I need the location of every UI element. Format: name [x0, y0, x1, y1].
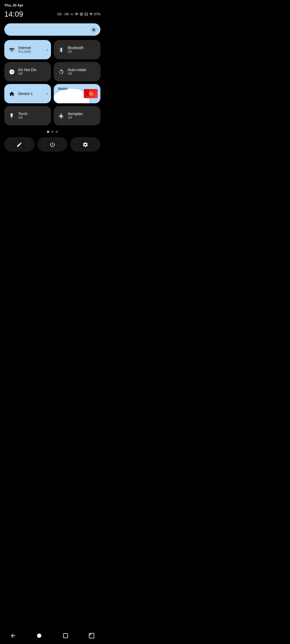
aeroplane-tile-text: Aeroplan Off: [68, 112, 96, 120]
wallet-cloud-decoration: [54, 89, 89, 103]
rotate-icon: [58, 68, 64, 75]
dnd-icon: [9, 68, 15, 75]
power-button[interactable]: [37, 137, 68, 152]
device-controls-title: Device c: [18, 92, 47, 96]
dnd-tile-text: Do Not Dis Off: [18, 68, 47, 76]
device-controls-tile-text: Device c: [18, 92, 47, 96]
auto-rotate-title: Auto-rotate: [68, 68, 96, 72]
pencil-icon: [16, 141, 22, 148]
home-icon: [9, 90, 15, 97]
wifi-icon: [9, 46, 15, 53]
dnd-title: Do Not Dis: [18, 68, 47, 72]
bluetooth-title: Bluetooth: [68, 46, 96, 50]
tile-internet[interactable]: Internet PLUSNE ›: [4, 40, 51, 59]
tile-bluetooth[interactable]: Bluetooth Off: [54, 40, 100, 59]
settings-button[interactable]: [70, 137, 100, 152]
tile-dnd[interactable]: Do Not Dis Off: [4, 62, 51, 81]
edit-button[interactable]: [4, 137, 35, 152]
chevron-right-icon-device: ›: [46, 91, 48, 96]
status-bar: Thu, 20 Apr: [0, 0, 105, 8]
torch-title: Torch: [18, 112, 47, 116]
brightness-icon: [91, 26, 97, 33]
time-display: 14:09: [4, 10, 23, 19]
tile-auto-rotate[interactable]: Auto-rotate Off: [54, 62, 100, 81]
internet-subtitle: PLUSNE: [18, 50, 47, 54]
dnd-subtitle: Off: [18, 72, 47, 76]
page-dot-2: [51, 131, 53, 133]
page-dot-1: [47, 131, 49, 133]
tile-torch[interactable]: Torch Off: [4, 106, 51, 125]
tile-aeroplane[interactable]: Aeroplan Off: [54, 106, 100, 125]
plane-icon: [58, 112, 64, 119]
chevron-right-icon: ›: [46, 47, 48, 52]
page-dot-3: [56, 131, 58, 133]
wallet-title: Wallet: [58, 87, 68, 91]
internet-title: Internet: [18, 46, 47, 50]
page-indicator: [0, 131, 105, 133]
auto-rotate-subtitle: Off: [68, 72, 96, 76]
auto-rotate-tile-text: Auto-rotate Off: [68, 68, 96, 76]
wallet-card-icon: [84, 89, 98, 98]
torch-tile-text: Torch Off: [18, 112, 47, 120]
signal-icon: [75, 12, 78, 16]
quick-settings-grid: Internet PLUSNE › Bluetooth Off Do Not D…: [0, 40, 105, 125]
carrier-name: O2 - UK: [57, 12, 69, 16]
tile-wallet[interactable]: Wallet: [54, 84, 100, 103]
nfc-icon: [84, 12, 88, 16]
battery-level: 67%: [94, 12, 100, 16]
torch-subtitle: Off: [18, 116, 47, 120]
network-type: 4G: [70, 13, 74, 16]
bluetooth-icon: [58, 46, 64, 53]
tile-device-controls[interactable]: Device c ›: [4, 84, 51, 103]
power-icon: [49, 141, 55, 148]
status-icons: O2 - UK 4G 67%: [57, 12, 100, 16]
alarm-icon: [79, 12, 83, 16]
bluetooth-tile-text: Bluetooth Off: [68, 46, 96, 54]
bluetooth-subtitle: Off: [68, 50, 96, 54]
internet-tile-text: Internet PLUSNE: [18, 46, 47, 54]
time-row: 14:09 O2 - UK 4G 67%: [0, 8, 105, 21]
torch-icon: [9, 112, 15, 119]
brightness-slider[interactable]: [4, 23, 100, 36]
gear-icon: [82, 141, 88, 148]
date-text: Thu, 20 Apr: [4, 3, 23, 7]
aeroplane-subtitle: Off: [68, 116, 96, 120]
aeroplane-title: Aeroplan: [68, 112, 96, 116]
bottom-actions: [0, 137, 105, 157]
wifi-status-icon: [89, 12, 93, 16]
